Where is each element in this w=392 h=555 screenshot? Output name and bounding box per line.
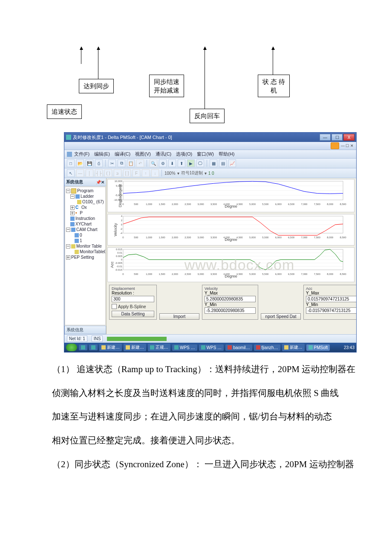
taskbar-item[interactable]: 新建… bbox=[99, 344, 122, 351]
hline-icon[interactable]: — bbox=[76, 169, 84, 177]
vel-ymin[interactable]: -5.28000020980835 bbox=[205, 307, 256, 314]
box-sync-reached: 达到同步 bbox=[79, 79, 114, 93]
sidebar: 系统信息 📌✕ Program Ladder O100_ (67) C Ox •… bbox=[64, 178, 107, 334]
menu-compile[interactable]: 编译(C) bbox=[115, 151, 130, 156]
svg-text:-2: -2 bbox=[120, 228, 123, 230]
run-icon[interactable]: ▶ bbox=[187, 159, 195, 167]
app-icon bbox=[66, 135, 71, 140]
logo-icon bbox=[331, 142, 339, 149]
open-icon[interactable]: 📂 bbox=[76, 159, 84, 167]
find-icon[interactable]: 🔍 bbox=[150, 159, 157, 167]
taskbar-item-active[interactable]: PMSoft bbox=[306, 344, 330, 351]
mdi-controls[interactable]: — ☐ ✕ bbox=[341, 144, 354, 148]
maximize-button[interactable]: ☐ bbox=[331, 134, 343, 141]
grid-icon[interactable]: ▦ bbox=[210, 159, 217, 167]
print-icon[interactable]: ⎙ bbox=[95, 159, 103, 167]
acc-ymax[interactable]: 0.0157909747213125 bbox=[306, 296, 356, 302]
sidebar-bottom-tab[interactable]: 系统信息 bbox=[64, 326, 106, 334]
chart-icon[interactable]: 📈 bbox=[228, 159, 236, 167]
start-button[interactable] bbox=[66, 344, 77, 351]
taskbar-item[interactable]: baomil… bbox=[225, 344, 252, 351]
import-speed-button[interactable]: nport Speed Dat bbox=[261, 313, 301, 320]
fall-icon[interactable]: ↓ bbox=[151, 169, 159, 177]
svg-text:5,500: 5,500 bbox=[262, 203, 269, 205]
download-icon[interactable]: ⬇ bbox=[168, 159, 176, 167]
close-button[interactable]: X bbox=[343, 134, 355, 141]
menu-help[interactable]: 帮助(H) bbox=[219, 151, 234, 156]
svg-text:1,500: 1,500 bbox=[159, 273, 166, 275]
menu-comm[interactable]: 通讯(C) bbox=[156, 151, 171, 156]
tree[interactable]: Program Ladder O100_ (67) C Ox • P Instr… bbox=[65, 187, 106, 325]
cut-icon[interactable]: ✂ bbox=[108, 159, 116, 167]
tree-camchart[interactable]: CAM Chart bbox=[76, 227, 97, 232]
func-icon[interactable]: F bbox=[133, 169, 140, 177]
taskbar-item[interactable]: WPS … bbox=[172, 344, 197, 351]
svg-text:500: 500 bbox=[134, 273, 138, 275]
acc-ymin[interactable]: -0.0157909747213125 bbox=[306, 307, 356, 314]
tree-cam1[interactable]: 1 bbox=[80, 238, 82, 243]
radix-value[interactable]: 符号10进制 bbox=[181, 170, 203, 176]
taskbar-item[interactable]: WPS … bbox=[199, 344, 224, 351]
tree-monitor[interactable]: Monitor Table bbox=[76, 243, 102, 249]
pin-icon[interactable]: 📌✕ bbox=[96, 180, 104, 185]
undo-icon[interactable]: ↶ bbox=[136, 159, 144, 167]
bracket-icon[interactable]: [ ] bbox=[123, 169, 131, 177]
tool-icon[interactable]: ⚙ bbox=[159, 159, 167, 167]
save-icon[interactable]: 💾 bbox=[86, 159, 93, 167]
tree-ladder[interactable]: Ladder bbox=[81, 194, 94, 199]
taskbar-item[interactable]: fjianzh… bbox=[254, 344, 280, 351]
tree-cam0[interactable]: 0 bbox=[80, 232, 82, 238]
state-diagram: 达到同步 同步结速 开始减速 状 态 待 机 追速状态 反向回车 bbox=[34, 43, 358, 124]
monitor-icon[interactable]: 🖵 bbox=[196, 159, 204, 167]
tree-xychart[interactable]: XYChart bbox=[75, 221, 92, 227]
svg-text:-0.01: -0.01 bbox=[116, 265, 122, 268]
vline-icon[interactable]: │ bbox=[86, 169, 93, 177]
cursor-icon[interactable]: ↖ bbox=[67, 169, 75, 177]
zoom-value[interactable]: 100% bbox=[164, 171, 176, 176]
ins-indicator: INS bbox=[92, 335, 103, 342]
tree-program[interactable]: Program bbox=[77, 188, 93, 194]
taskbar-item[interactable]: 新建… bbox=[282, 344, 305, 351]
svg-text:8,000: 8,000 bbox=[327, 273, 334, 275]
xychart-icon bbox=[70, 222, 75, 226]
tree-ox[interactable]: Ox bbox=[81, 205, 87, 210]
param-displacement: Displacement Resolution : 300 Apply B-Sp… bbox=[109, 285, 157, 320]
tray-icon[interactable] bbox=[89, 344, 98, 350]
copy-icon[interactable]: ⧉ bbox=[118, 159, 125, 167]
import-button[interactable]: Import bbox=[159, 313, 199, 320]
upload-icon[interactable]: ⬆ bbox=[178, 159, 185, 167]
coil-icon[interactable]: ( ) bbox=[104, 169, 112, 177]
box-sync-end: 同步结速 开始减速 bbox=[149, 75, 184, 97]
taskbar-item[interactable]: 正规… bbox=[148, 344, 170, 351]
menu-options[interactable]: 选项(O) bbox=[176, 151, 192, 156]
data-setting-button[interactable]: Data Setting bbox=[112, 311, 154, 317]
tree-monitor0[interactable]: MonitorTable0 bbox=[80, 249, 106, 254]
svg-text:3,000: 3,000 bbox=[198, 273, 205, 275]
paste-icon[interactable]: 📋 bbox=[127, 159, 135, 167]
svg-text:500: 500 bbox=[134, 236, 138, 239]
minimize-button[interactable]: — bbox=[320, 134, 331, 141]
tray-icon[interactable] bbox=[79, 344, 87, 350]
resolution-input[interactable]: 300 bbox=[112, 296, 154, 302]
compare-icon[interactable]: ≥ bbox=[114, 169, 121, 177]
svg-text:8,000: 8,000 bbox=[327, 203, 334, 205]
new-icon[interactable]: □ bbox=[67, 159, 75, 167]
tree-pep[interactable]: PEP Setting bbox=[71, 254, 94, 260]
menu-edit[interactable]: 编辑(E) bbox=[94, 151, 110, 156]
rise-icon[interactable]: ↑ bbox=[142, 169, 150, 177]
menubar[interactable]: 文件(F) 编辑(E) 编译(C) 视图(V) 通讯(C) 选项(O) 窗口(W… bbox=[64, 150, 356, 159]
menu-view[interactable]: 视图(V) bbox=[135, 151, 151, 156]
taskbar-item[interactable]: 新建… bbox=[124, 344, 146, 351]
bspline-checkbox[interactable]: Apply B-Spline bbox=[112, 304, 146, 309]
menu-window[interactable]: 窗口(W) bbox=[197, 151, 214, 156]
menu-file[interactable]: 文件(F) bbox=[74, 151, 89, 156]
taskbar: 新建… 新建… 正规… WPS … WPS … baomil… fjianzh…… bbox=[64, 343, 356, 352]
tree-instruction[interactable]: Instruction bbox=[75, 216, 95, 221]
tree-o100[interactable]: O100_ (67) bbox=[82, 199, 104, 205]
main-panel: Displacement -10,000-5,00005,00010,00005… bbox=[107, 178, 356, 334]
vel-ymax[interactable]: 5.28000020980835 bbox=[205, 296, 256, 302]
table-icon[interactable]: ▤ bbox=[219, 159, 227, 167]
contact-icon[interactable]: ┤├ bbox=[95, 169, 103, 177]
svg-text:1,500: 1,500 bbox=[159, 203, 166, 205]
tree-p[interactable]: P bbox=[80, 210, 83, 216]
